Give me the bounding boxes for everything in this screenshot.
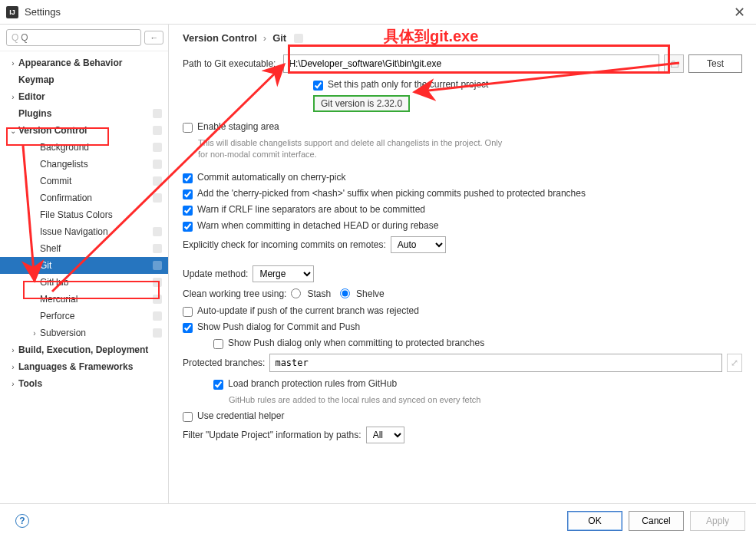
sidebar-item-label: Appearance & Behavior bbox=[18, 58, 162, 68]
sidebar-item-background[interactable]: Background bbox=[0, 139, 168, 156]
sidebar-item-plugins[interactable]: Plugins bbox=[0, 105, 168, 122]
path-label: Path to Git executable: bbox=[183, 58, 276, 69]
sidebar-item-label: Plugins bbox=[18, 108, 153, 119]
update-method-select[interactable]: Merge bbox=[253, 265, 314, 282]
sidebar-item-editor[interactable]: ›Editor bbox=[0, 88, 168, 105]
cherry-suffix-checkbox[interactable] bbox=[183, 189, 193, 199]
clean-stash-radio[interactable] bbox=[291, 288, 301, 298]
sidebar-item-label: GitHub bbox=[40, 277, 153, 288]
apply-button[interactable]: Apply bbox=[690, 511, 745, 531]
sidebar-item-label: Subversion bbox=[40, 328, 153, 338]
sidebar-item-commit[interactable]: Commit bbox=[0, 173, 168, 189]
filter-select[interactable]: All bbox=[366, 427, 404, 443]
auto-update-label: Auto-update if push of the current branc… bbox=[197, 305, 419, 316]
sidebar-item-label: Background bbox=[40, 142, 153, 153]
clean-shelve-label: Shelve bbox=[356, 288, 385, 299]
chevron-icon: › bbox=[9, 380, 17, 388]
sidebar: Q ← ›Appearance & BehaviorKeymap›EditorP… bbox=[0, 25, 169, 503]
sidebar-item-label: Version Control bbox=[18, 125, 153, 136]
dialog-footer: ? OK Cancel Apply bbox=[0, 503, 756, 537]
protected-label: Protected branches: bbox=[183, 357, 265, 368]
chevron-icon: › bbox=[31, 329, 38, 338]
sidebar-item-changelists[interactable]: Changelists bbox=[0, 156, 168, 173]
cancel-button[interactable]: Cancel bbox=[629, 511, 684, 531]
sidebar-item-label: Issue Navigation bbox=[40, 226, 153, 237]
sidebar-item-git[interactable]: Git bbox=[0, 257, 168, 274]
close-icon[interactable]: ✕ bbox=[729, 4, 750, 21]
search-input-wrapper[interactable]: Q bbox=[6, 29, 141, 46]
sidebar-item-issue-navigation[interactable]: Issue Navigation bbox=[0, 223, 168, 240]
back-button[interactable]: ← bbox=[144, 31, 163, 44]
expand-icon[interactable]: ⤢ bbox=[727, 354, 742, 372]
scope-badge-icon bbox=[153, 109, 162, 118]
sidebar-item-label: Commit bbox=[40, 176, 153, 186]
set-current-project-checkbox[interactable] bbox=[313, 81, 323, 91]
scope-badge-icon bbox=[153, 143, 162, 152]
sidebar-item-label: Build, Execution, Deployment bbox=[18, 344, 162, 355]
explicit-check-select[interactable]: Auto bbox=[391, 236, 446, 253]
clean-stash-label: Stash bbox=[307, 288, 331, 299]
sidebar-item-mercurial[interactable]: Mercurial bbox=[0, 291, 168, 308]
sidebar-item-subversion[interactable]: ›Subversion bbox=[0, 325, 168, 341]
enable-staging-label: Enable staging area bbox=[197, 121, 279, 132]
explicit-check-label: Explicitly check for incoming commits on… bbox=[183, 239, 386, 250]
sidebar-item-label: Perforce bbox=[40, 311, 153, 321]
protected-input[interactable] bbox=[269, 354, 722, 372]
clean-tree-label: Clean working tree using: bbox=[183, 288, 286, 299]
breadcrumb-sep: › bbox=[263, 32, 266, 44]
search-icon: Q bbox=[12, 32, 18, 43]
sidebar-item-label: Shelf bbox=[40, 243, 153, 254]
show-push-protected-label: Show Push dialog only when committing to… bbox=[228, 338, 484, 348]
sidebar-item-version-control[interactable]: ⌄Version Control bbox=[0, 122, 168, 139]
sidebar-item-build-execution-deployment[interactable]: ›Build, Execution, Deployment bbox=[0, 341, 168, 358]
load-branch-checkbox[interactable] bbox=[213, 380, 223, 390]
cherry-auto-checkbox[interactable] bbox=[183, 173, 193, 183]
scope-badge-icon bbox=[153, 126, 162, 135]
sidebar-item-label: Keymap bbox=[18, 74, 162, 85]
cred-helper-label: Use credential helper bbox=[197, 410, 284, 421]
ok-button[interactable]: OK bbox=[567, 511, 622, 531]
auto-update-checkbox[interactable] bbox=[183, 307, 193, 317]
clean-shelve-radio[interactable] bbox=[340, 288, 350, 298]
window-title: Settings bbox=[25, 6, 729, 18]
show-push-label: Show Push dialog for Commit and Push bbox=[197, 321, 360, 332]
sidebar-item-label: Changelists bbox=[40, 159, 153, 170]
sidebar-item-label: File Status Colors bbox=[40, 209, 162, 220]
set-current-label: Set this path only for the current proje… bbox=[328, 79, 488, 90]
browse-folder-icon[interactable]: 🗀 bbox=[664, 54, 684, 73]
sidebar-item-github[interactable]: GitHub bbox=[0, 274, 168, 291]
sidebar-item-confirmation[interactable]: Confirmation bbox=[0, 189, 168, 206]
annotation-text: 具体到git.exe bbox=[384, 26, 478, 47]
sidebar-item-perforce[interactable]: Perforce bbox=[0, 308, 168, 325]
staging-hint: This will disable changelists support an… bbox=[198, 137, 505, 161]
enable-staging-checkbox[interactable] bbox=[183, 123, 193, 133]
scope-badge-icon bbox=[153, 160, 162, 169]
cred-helper-checkbox[interactable] bbox=[183, 412, 193, 422]
crlf-warn-label: Warn if CRLF line separators are about t… bbox=[197, 204, 425, 215]
chevron-icon: › bbox=[9, 93, 17, 101]
test-button[interactable]: Test bbox=[688, 54, 742, 73]
sidebar-item-label: Tools bbox=[18, 378, 162, 389]
search-input[interactable] bbox=[21, 32, 136, 43]
crlf-warn-checkbox[interactable] bbox=[183, 206, 193, 216]
load-branch-hint: GitHub rules are added to the local rule… bbox=[229, 394, 742, 406]
sidebar-item-tools[interactable]: ›Tools bbox=[0, 375, 168, 392]
show-push-protected-checkbox[interactable] bbox=[213, 339, 223, 349]
sidebar-item-shelf[interactable]: Shelf bbox=[0, 240, 168, 257]
show-push-checkbox[interactable] bbox=[183, 323, 193, 333]
detached-warn-checkbox[interactable] bbox=[183, 222, 193, 232]
sidebar-item-languages-frameworks[interactable]: ›Languages & Frameworks bbox=[0, 358, 168, 375]
scope-badge bbox=[294, 34, 303, 43]
sidebar-item-appearance-behavior[interactable]: ›Appearance & Behavior bbox=[0, 54, 168, 71]
detached-warn-label: Warn when committing in detached HEAD or… bbox=[197, 220, 438, 231]
breadcrumb-a: Version Control bbox=[183, 32, 257, 44]
git-path-input[interactable] bbox=[283, 54, 659, 73]
sidebar-item-label: Confirmation bbox=[40, 193, 153, 203]
breadcrumb-b: Git bbox=[272, 32, 286, 44]
help-icon[interactable]: ? bbox=[15, 514, 29, 528]
git-version-badge: Git version is 2.32.0 bbox=[313, 95, 410, 112]
sidebar-item-keymap[interactable]: Keymap bbox=[0, 71, 168, 88]
scope-badge-icon bbox=[153, 278, 162, 287]
sidebar-item-file-status-colors[interactable]: File Status Colors bbox=[0, 206, 168, 223]
app-icon: IJ bbox=[6, 6, 18, 18]
